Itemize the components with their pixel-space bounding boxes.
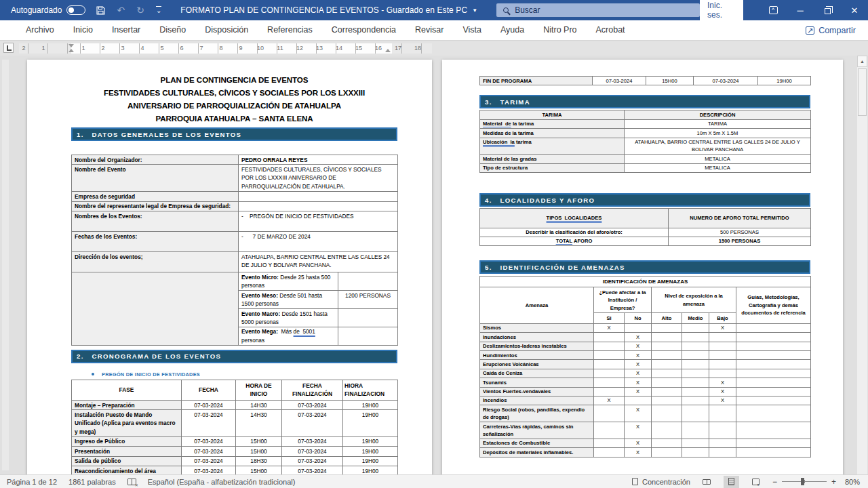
ribbon-tab[interactable]: Correspondencia [322, 20, 406, 40]
table-cell [652, 387, 682, 396]
table-cell [682, 342, 709, 350]
table-cell [736, 439, 811, 447]
ribbon-tabs: ArchivoInicioInsertarDiseñoDisposiciónRe… [16, 20, 635, 40]
ribbon-tab[interactable]: Archivo [16, 20, 64, 40]
table-cell: 07-03-2024 [182, 410, 236, 436]
table-cell: X [625, 378, 652, 387]
right-indent-marker[interactable] [385, 49, 391, 52]
table-cell: Nombre del Evento [72, 165, 239, 192]
ribbon-tab[interactable]: Disposición [195, 20, 258, 40]
table-cell: METALICA [625, 155, 811, 163]
table-cell [652, 360, 682, 369]
save-icon[interactable] [96, 6, 105, 15]
proofing-errors-icon[interactable] [127, 479, 136, 485]
document-title[interactable]: FORMATO PLAN DE CONTINGENCIA DE EVENTOS … [180, 5, 477, 15]
table-cell: Dirección de los eventos; [72, 252, 239, 272]
column-header: TARIMA [480, 110, 625, 119]
scrollbar-thumb[interactable] [858, 68, 867, 116]
ribbon-tab[interactable]: Referencias [258, 20, 322, 40]
autosave-label: Autoguardado [11, 5, 62, 15]
titlebar-right: Inic. ses. ˄ ─ ✕ [700, 0, 868, 20]
table-cell: X [709, 387, 736, 396]
page-1[interactable]: PLAN DE CONTINGENCIA DE EVENTOS FESTIVID… [27, 60, 432, 474]
word-count[interactable]: 1861 palabras [68, 478, 116, 486]
table-cell: Material de las gradas [480, 155, 625, 163]
tab-stop-selector[interactable] [3, 43, 14, 53]
table-cell: TOTAL AFORO [480, 237, 669, 245]
zoom-control: − + [772, 477, 836, 487]
customize-quick-access-button[interactable]: ⌄ [156, 6, 161, 14]
vertical-scrollbar[interactable]: ▲ [857, 56, 867, 474]
ruler-mark: 9 [239, 45, 242, 52]
undo-button[interactable]: ↶ [117, 5, 125, 16]
ribbon-tab[interactable]: Insertar [102, 20, 150, 40]
ribbon-tab[interactable]: Inicio [64, 20, 102, 40]
sub-column-header: No [625, 313, 652, 323]
autosave-control[interactable]: Autoguardado [11, 5, 85, 15]
table-cell: Montaje – Preparación [72, 401, 182, 410]
bullet-item: PREGÓN DE INICIO DE FESTIVIDADES [92, 371, 397, 378]
ribbon-tab[interactable]: Vista [453, 20, 491, 40]
table-cell: X [709, 378, 736, 387]
ruler-bar: 21123456789101112131415161718 [0, 41, 868, 56]
search-input[interactable]: Buscar [496, 3, 700, 17]
redo-button[interactable]: ↻ [136, 5, 144, 16]
hanging-indent-marker[interactable] [68, 49, 74, 52]
table-cell: Evento Meso: Desde 501 hasta 1500 person… [239, 291, 338, 309]
bullet-icon [92, 373, 94, 375]
scroll-up-button[interactable]: ▲ [857, 56, 867, 67]
table-row: TsunamisXX [480, 378, 811, 387]
focus-mode-button[interactable]: Concentración [632, 478, 690, 486]
table-cell: X [625, 448, 652, 457]
table-cell: Evento Macro: Desde 1501 hasta 5000 pers… [239, 309, 338, 327]
table-cell: 07-03-2024 [182, 447, 236, 456]
horizontal-ruler[interactable]: 21123456789101112131415161718 [19, 43, 432, 54]
first-line-indent-marker[interactable] [68, 44, 74, 47]
table-cell [736, 396, 811, 405]
amenazas-table: IDENTIFICACIÓN DE AMENAZAS Amenaza ¿Pued… [479, 276, 811, 457]
share-button[interactable]: ↗ Compartir [806, 26, 856, 35]
signin-button[interactable]: Inic. ses. [700, 0, 743, 22]
page-indicator[interactable]: Página 1 de 12 [7, 478, 57, 486]
table-cell [652, 333, 682, 342]
table-cell: PEDRO ORRALA REYES [239, 155, 398, 165]
zoom-slider-thumb[interactable] [801, 478, 804, 485]
ribbon-display-options-button[interactable]: ˄ [760, 0, 787, 20]
language-indicator[interactable]: Español (España - alfabetización tradici… [148, 478, 296, 486]
zoom-in-button[interactable]: + [831, 477, 836, 487]
minimize-button[interactable]: ─ [787, 0, 814, 20]
table-cell: X [625, 387, 652, 396]
read-mode-icon [703, 479, 711, 485]
table-cell [239, 192, 398, 201]
table-cell [594, 369, 625, 378]
web-layout-button[interactable] [748, 476, 764, 488]
ribbon-tab[interactable]: Ayuda [491, 20, 534, 40]
table-cell [594, 405, 625, 422]
ribbon-tab[interactable]: Nitro Pro [534, 20, 586, 40]
autosave-toggle[interactable] [66, 5, 85, 15]
table-cell: Estaciones de Combustible [480, 439, 594, 447]
restore-button[interactable] [814, 0, 841, 20]
page-2[interactable]: FIN DE PROGRAMA07-03-202415H0007-03-2024… [442, 60, 843, 474]
table-cell: 19H00 [343, 410, 398, 436]
table-cell: Evento Micro: Desde 25 hasta 500 persona… [239, 272, 338, 291]
table-cell: X [625, 422, 652, 439]
table-cell [736, 323, 811, 332]
table-row: Ubicación la tarimaATAHUALPA, BARRIO CEN… [480, 138, 811, 155]
table-row: TOTAL AFORO1500 PERSONAS [480, 237, 811, 245]
zoom-slider[interactable] [782, 481, 827, 482]
ribbon-tab[interactable]: Acrobat [587, 20, 635, 40]
table-row: Carreteras-Vías rápidas, caminos sin señ… [480, 422, 811, 439]
table-row: Salida de público07-03-202418H3007-03-20… [72, 456, 398, 466]
print-layout-icon [728, 478, 734, 485]
print-layout-button[interactable] [724, 476, 739, 488]
ribbon-tab[interactable]: Revisar [406, 20, 453, 40]
ribbon-tab[interactable]: Diseño [150, 20, 195, 40]
table-cell [682, 405, 709, 422]
table-cell: 15H00 [236, 466, 282, 474]
close-button[interactable]: ✕ [841, 0, 868, 20]
table-cell: ATAHUALPA, BARRIO CENTRAL ENTRE LAS CALL… [625, 138, 811, 155]
zoom-out-button[interactable]: − [772, 477, 777, 487]
read-mode-button[interactable] [699, 476, 715, 488]
zoom-level[interactable]: 80% [845, 478, 860, 486]
